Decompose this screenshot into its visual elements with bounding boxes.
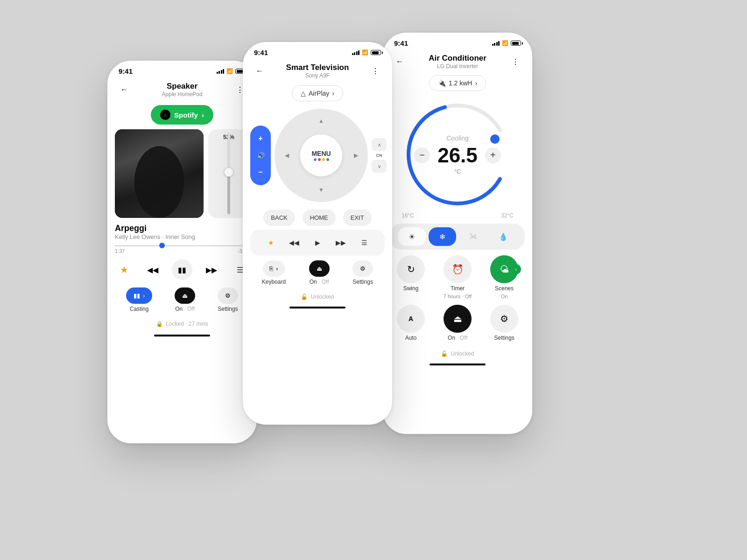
- album-area: 52%: [107, 129, 257, 218]
- track-title: Arpeggi: [115, 224, 249, 233]
- more-button-2[interactable]: ⋮: [368, 63, 383, 78]
- google-dot-yellow: [322, 158, 325, 161]
- timer-button[interactable]: ⏰: [444, 255, 472, 283]
- auto-button[interactable]: A: [397, 305, 425, 333]
- signal-icon-1: [217, 69, 225, 74]
- google-dot-green: [326, 158, 329, 161]
- timer-action: ⏰ Timer 7 hours · Off: [437, 255, 478, 299]
- settings-action-2: ⚙ Settings: [352, 260, 373, 285]
- power-button-2[interactable]: ⏏: [309, 260, 330, 277]
- device-sub-2: Sony A9F: [286, 72, 349, 79]
- pause-button[interactable]: ▮▮: [172, 259, 192, 280]
- mode-snow[interactable]: ❄: [429, 227, 457, 246]
- home-tv-button[interactable]: HOME: [303, 210, 336, 226]
- dpad-down[interactable]: ▼: [313, 182, 330, 198]
- swing-button[interactable]: ↻: [397, 255, 425, 283]
- back-tv-button[interactable]: BACK: [263, 210, 295, 226]
- dpad-center-button[interactable]: MENU: [300, 134, 342, 176]
- next-button[interactable]: ▶▶: [202, 260, 221, 279]
- spotify-logo: [160, 110, 170, 120]
- settings-button-3[interactable]: ⚙: [490, 305, 518, 333]
- energy-label: 1.2 kwH: [449, 79, 472, 87]
- temp-increase-button[interactable]: +: [485, 147, 501, 163]
- channel-up-button[interactable]: ∧: [372, 138, 387, 151]
- tv-function-buttons: BACK HOME EXIT: [243, 206, 392, 230]
- keyboard-icon: ⎘: [269, 265, 273, 272]
- phone-ac: 9:41 📶 ← Air Conditioner LG Dual Inverte…: [383, 33, 532, 434]
- unlock-icon-2: 🔓: [301, 294, 308, 300]
- scenes-arrow-icon: ›: [511, 264, 521, 274]
- dpad-ring: ▲ ▼ ◀ ▶ MENU: [275, 109, 368, 202]
- off-text-1: Off: [187, 306, 195, 312]
- back-button-3[interactable]: ←: [392, 54, 407, 69]
- status-icons-2: 📶: [352, 49, 381, 56]
- status-bar-1: 9:41 📶: [107, 61, 257, 78]
- status-bar-2: 9:41 📶: [243, 42, 392, 59]
- fast-forward-button[interactable]: ▶▶: [331, 233, 350, 252]
- casting-action: ▮▮ › Casting: [126, 287, 152, 312]
- cast-icon: ▮▮: [134, 292, 140, 299]
- exit-tv-button[interactable]: EXIT: [343, 210, 372, 226]
- unlocked-text-2: Unlocked: [310, 294, 334, 300]
- rewind-button[interactable]: ◀◀: [285, 233, 303, 252]
- mute-button[interactable]: 🔊: [250, 147, 271, 164]
- home-indicator-3: [430, 364, 486, 365]
- play-button[interactable]: ▶: [308, 233, 327, 252]
- back-button-2[interactable]: ←: [252, 63, 267, 78]
- mode-sun[interactable]: ☀: [398, 227, 426, 246]
- channel-down-button[interactable]: ∨: [372, 160, 387, 173]
- on-off-label-1: On · Off: [175, 306, 195, 312]
- home-indicator-2: [289, 307, 345, 308]
- on-text-2: On: [310, 279, 317, 285]
- volume-down-button[interactable]: −: [250, 164, 271, 181]
- temp-decrease-button[interactable]: −: [414, 147, 430, 163]
- unlocked-text-3: Unlocked: [451, 350, 474, 357]
- keyboard-button[interactable]: ⎘ ›: [263, 260, 284, 277]
- dpad-up[interactable]: ▲: [313, 112, 330, 129]
- playlist-button[interactable]: ☰: [355, 233, 374, 252]
- device-name-2: Smart Television: [286, 63, 349, 72]
- media-controls: ★ ◀◀ ▶ ▶▶ ☰: [250, 230, 385, 256]
- auto-action: A Auto: [390, 305, 431, 341]
- cast-button[interactable]: ▮▮ ›: [126, 287, 152, 304]
- temp-max: 32°C: [501, 212, 514, 219]
- back-button-1[interactable]: ←: [117, 82, 132, 97]
- status-time-1: 9:41: [119, 67, 133, 75]
- more-button-3[interactable]: ⋮: [508, 54, 523, 69]
- home-indicator-1: [154, 335, 210, 336]
- action-row-1: ▮▮ › Casting ⏏ On · Off ⚙ Setti: [107, 283, 257, 316]
- on-text-1: On: [175, 306, 183, 312]
- channel-label: CN: [376, 153, 382, 158]
- progress-bar[interactable]: [115, 245, 249, 246]
- status-time-3: 9:41: [394, 39, 408, 47]
- temp-value: 26.5: [437, 144, 478, 167]
- channel-panel: ∧ CN ∨: [372, 138, 387, 173]
- settings-button-2[interactable]: ⚙: [352, 260, 373, 277]
- airplay-button[interactable]: △ AirPlay ›: [292, 85, 343, 101]
- temp-unit: °C: [454, 168, 461, 175]
- tv-action-row: ⎘ › Keyboard ⏏ On · Off ⚙ Setti: [243, 256, 392, 290]
- mode-wind[interactable]: 🌬: [459, 227, 487, 246]
- keyboard-arrow: ›: [276, 265, 278, 272]
- power-button-3[interactable]: ⏏: [444, 305, 472, 333]
- mode-drop[interactable]: 💧: [490, 227, 518, 246]
- volume-up-button[interactable]: +: [250, 130, 271, 147]
- spotify-button[interactable]: Spotify ›: [151, 105, 213, 125]
- unlocked-bar-3: 🔓 Unlocked: [383, 347, 532, 361]
- previous-button[interactable]: ◀◀: [143, 260, 162, 279]
- favorite-tv-button[interactable]: ★: [261, 233, 280, 252]
- wifi-icon-1: 📶: [226, 68, 233, 74]
- status-time-2: 9:41: [254, 49, 268, 56]
- power-button-1[interactable]: ⏏: [175, 287, 195, 304]
- header-3: ← Air Conditioner LG Dual Inverter ⋮: [383, 50, 532, 72]
- energy-button[interactable]: 🔌 1.2 kwH ›: [429, 75, 486, 91]
- dpad-left[interactable]: ◀: [278, 147, 295, 164]
- lock-icon-1: 🔒: [156, 321, 163, 327]
- spotify-label: Spotify: [174, 111, 198, 119]
- favorite-button[interactable]: ★: [115, 260, 134, 279]
- status-bar-3: 9:41 📶: [383, 33, 532, 50]
- settings-button-1[interactable]: ⚙: [218, 287, 238, 304]
- ac-actions-grid: ↻ Swing ⏰ Timer 7 hours · Off 🌤 › Scenes…: [383, 250, 532, 347]
- swing-label: Swing: [403, 285, 419, 292]
- dpad-right[interactable]: ▶: [347, 147, 364, 164]
